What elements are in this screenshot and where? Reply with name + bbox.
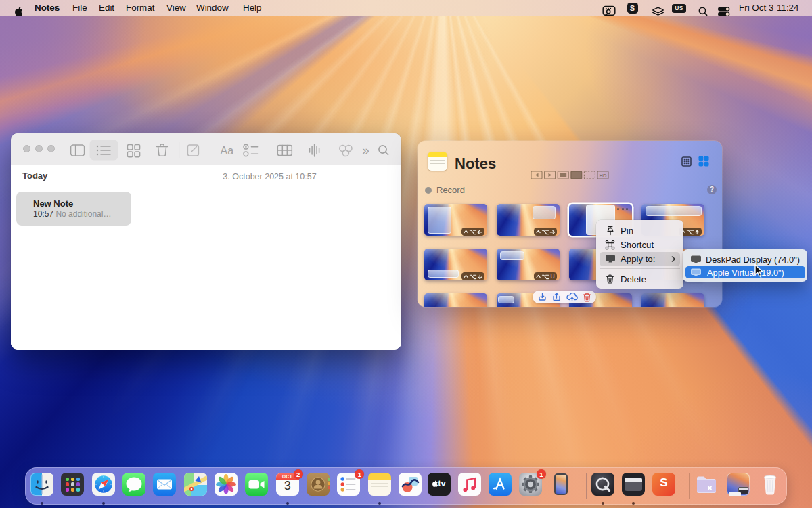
svg-text:»: » <box>362 143 369 157</box>
svg-text:Aa: Aa <box>221 145 234 156</box>
svg-text:HD: HD <box>600 173 607 179</box>
svg-text:U: U <box>551 273 555 280</box>
